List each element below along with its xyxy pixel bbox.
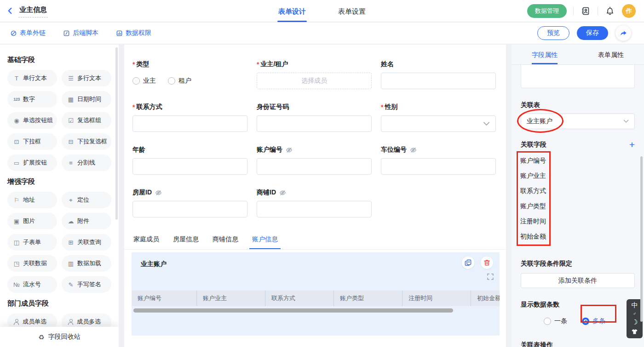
toolbar-link[interactable]: 数据权限 [116,29,151,37]
avatar[interactable]: 作 [622,4,636,18]
bell-icon[interactable] [604,6,615,17]
sidebar-item-日期时间[interactable]: ▦日期时间 [62,91,111,108]
sidebar-item-扩展按钮[interactable]: ▭扩展按钮 [7,154,57,171]
sidebar-item-下拉框[interactable]: ⊡下拉框 [7,133,57,150]
sidebar-item-数据加载[interactable]: ▥数据加载 [62,255,111,272]
data-manage-button[interactable]: 数据管理 [527,4,567,18]
top-header: 业主信息 表单设计表单设置 数据管理 [0,0,644,22]
chevron-left-icon [6,7,14,15]
property-input[interactable] [521,65,635,88]
sidebar-item-数字[interactable]: 123数字 [7,91,57,108]
preview-button[interactable]: 预览 [537,26,569,40]
related-field-item[interactable]: 初始金额 [520,229,549,244]
language-toggle[interactable]: 中 [632,302,638,308]
toolbar-link[interactable]: 表单外链 [10,29,46,37]
text-input[interactable] [381,73,496,89]
address-book-icon[interactable] [580,6,591,17]
add-field-icon[interactable]: + [629,141,635,148]
field-label: 身份证号码 [257,103,372,111]
field-label: *类型 [132,60,247,68]
text-input[interactable] [257,115,372,132]
text-input[interactable] [257,201,372,217]
sidebar-item-分割线[interactable]: ≡分割线 [62,154,111,171]
field-label: 车位编号 [381,146,496,154]
field-label-text: 账户编号 [257,146,282,154]
properties-panel: 字段属性表单属性 关联表 业主账户 关联字段 + 账户编号账户业主联系方式账户类… [512,45,644,347]
canvas-tab-房屋信息[interactable]: 房屋信息 [172,231,200,249]
display-count-option-一条[interactable]: 一条 [544,317,567,325]
expand-icon[interactable] [487,273,494,280]
shirt-icon[interactable] [631,329,638,335]
text-input[interactable] [381,158,496,175]
field-label-text: 业主/租户 [260,60,288,68]
member-picker[interactable]: 选择成员 [257,73,372,89]
canvas-tab-商铺信息[interactable]: 商铺信息 [212,231,239,249]
sidebar-item-下拉复选框[interactable]: ⊟下拉复选框 [62,133,111,150]
subform-actions [462,256,493,269]
moon-icon[interactable]: ☾ [632,319,638,325]
sidebar-item-地址[interactable]: ⚐地址 [7,192,57,208]
panel-scrollbar[interactable] [640,156,643,322]
copy-button[interactable] [462,256,474,269]
related-field-item[interactable]: 注册时间 [520,214,549,229]
sidebar-item-复选框组[interactable]: ☑复选框组 [62,112,111,129]
sidebar-item-label: 扩展按钮 [23,159,47,167]
add-condition-button[interactable]: 添加关联条件 [521,273,635,288]
canvas-tab-家庭成员[interactable]: 家庭成员 [132,231,160,249]
sidebar-scrollbar[interactable] [115,47,118,220]
sidebar-item-图片[interactable]: ▣图片 [7,213,57,229]
sidebar-item-关联查询[interactable]: ⊞关联查询 [62,234,111,250]
delete-button[interactable] [481,256,493,269]
field-label: *联系方式 [132,103,247,111]
sidebar-item-label: 下拉框 [23,137,41,146]
datetime-icon: ▦ [68,97,74,102]
panel-tab-form-props[interactable]: 表单属性 [578,45,644,64]
field-library-sidebar: 基础字段T单行文本☰多行文本123数字▦日期时间◉单选按钮组☑复选框组⊡下拉框⊟… [0,45,119,347]
text-input[interactable] [132,158,247,175]
sidebar-sections: 基础字段T单行文本☰多行文本123数字▦日期时间◉单选按钮组☑复选框组⊡下拉框⊟… [0,45,119,347]
sidebar-item-label: 地址 [23,196,35,204]
related-field-item[interactable]: 账户业主 [520,168,549,183]
switch-icon[interactable]: ♂ [633,312,637,316]
related-data-icon: ◳ [13,261,20,267]
radio-option[interactable]: 租户 [168,77,191,85]
field-label: 姓名 [381,60,496,68]
header-tab-form-settings[interactable]: 表单设置 [337,0,367,22]
chevron-down-icon [483,120,490,127]
display-count-option-多条[interactable]: 多条 [582,317,605,325]
multi-line-text-icon: ☰ [68,75,74,81]
horizontal-scrollbar[interactable] [133,308,453,313]
subform-panel[interactable]: 业主账户 [132,252,500,336]
sidebar-item-附件[interactable]: ☁附件 [62,213,111,229]
text-input[interactable] [132,115,247,132]
sidebar-item-子表单[interactable]: ◫子表单 [7,234,57,250]
sidebar-item-单行文本[interactable]: T单行文本 [7,70,57,86]
radio-label: 多条 [592,317,605,325]
sidebar-item-label: 手写签名 [77,280,101,289]
header-tab-form-design[interactable]: 表单设计 [277,0,307,22]
related-field-item[interactable]: 联系方式 [520,183,549,199]
locate-icon: ⌖ [68,197,74,203]
panel-tab-field-props[interactable]: 字段属性 [512,45,578,64]
text-input[interactable] [132,201,247,217]
sidebar-item-流水号[interactable]: №流水号 [7,276,57,293]
save-button[interactable]: 保存 [577,26,608,40]
text-input[interactable] [257,158,372,175]
share-button[interactable] [615,25,631,41]
radio-option[interactable]: 业主 [132,77,156,85]
sidebar-item-手写签名[interactable]: ✎手写签名 [62,276,111,293]
field-label-text: 联系方式 [136,103,162,111]
back-button[interactable] [6,7,14,15]
field-recycle-bin[interactable]: ♻ 字段回收站 [0,327,119,347]
sidebar-item-单选按钮组[interactable]: ◉单选按钮组 [7,112,57,129]
canvas-tab-账户信息[interactable]: 账户信息 [251,231,279,249]
sidebar-item-关联数据[interactable]: ◳关联数据 [7,255,57,272]
sidebar-item-label: 定位 [77,196,89,204]
toolbar-link[interactable]: 后端脚本 [63,29,98,37]
related-field-item[interactable]: 账户类型 [520,199,549,214]
select-input[interactable] [381,115,496,132]
related-field-item[interactable]: 账户编号 [520,153,549,168]
sidebar-item-定位[interactable]: ⌖定位 [62,192,111,208]
related-table-select[interactable]: 业主账户 [521,114,635,129]
sidebar-item-多行文本[interactable]: ☰多行文本 [62,70,111,86]
